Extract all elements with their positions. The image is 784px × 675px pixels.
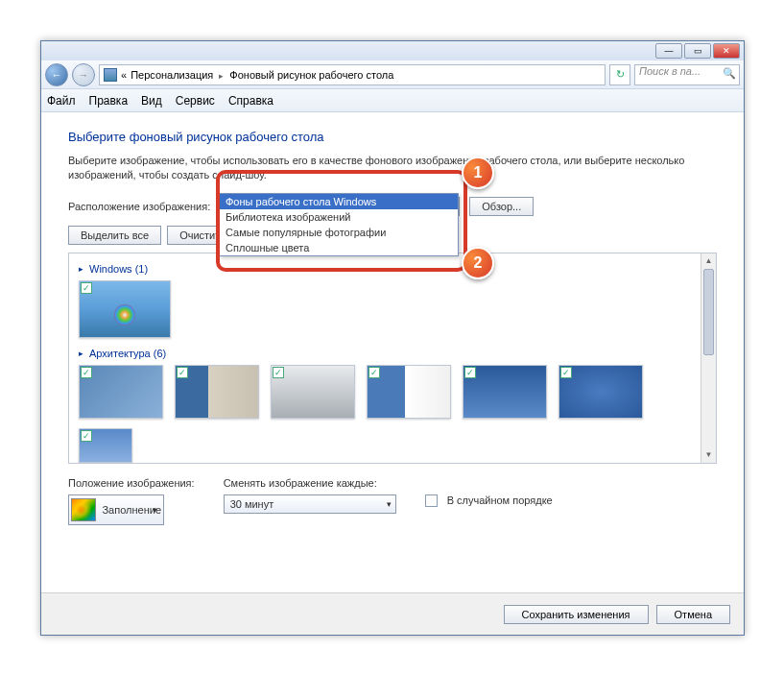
position-label: Положение изображения:	[68, 477, 195, 489]
checkbox-icon[interactable]: ✓	[464, 367, 476, 378]
group-label: Windows (1)	[89, 263, 148, 275]
wallpaper-thumb[interactable]: ✓	[79, 280, 171, 338]
dropdown-item[interactable]: Самые популярные фотографии	[220, 225, 458, 240]
browse-button[interactable]: Обзор...	[469, 197, 534, 216]
location-dropdown: Фоны рабочего стола Windows Библиотека и…	[219, 193, 459, 256]
menu-edit[interactable]: Правка	[89, 94, 129, 108]
menu-file[interactable]: Файл	[47, 94, 76, 108]
menu-help[interactable]: Справка	[228, 94, 273, 108]
breadcrumb-item[interactable]: Фоновый рисунок рабочего стола	[229, 69, 393, 81]
checkbox-icon[interactable]: ✓	[81, 367, 92, 378]
scrollbar[interactable]: ▲ ▼	[701, 253, 716, 463]
breadcrumb-prefix: «	[121, 69, 127, 81]
control-panel-icon	[104, 68, 117, 82]
position-swatch-icon	[71, 498, 96, 521]
menu-view[interactable]: Вид	[141, 94, 162, 108]
dropdown-item[interactable]: Фоны рабочего стола Windows	[220, 194, 458, 209]
wallpaper-thumb[interactable]: ✓	[175, 365, 259, 419]
maximize-button[interactable]: ▭	[684, 43, 711, 59]
scroll-down-icon[interactable]: ▼	[701, 447, 716, 463]
window: — ▭ ✕ ← → « Персонализация Фоновый рисун…	[40, 40, 745, 636]
menubar: Файл Правка Вид Сервис Справка	[41, 89, 744, 112]
random-label: В случайном порядке	[447, 494, 553, 506]
checkbox-icon[interactable]: ✓	[273, 367, 284, 378]
titlebar: — ▭ ✕	[41, 41, 744, 60]
checkbox-icon[interactable]: ✓	[81, 430, 92, 442]
back-button[interactable]: ←	[45, 63, 68, 86]
dropdown-item[interactable]: Библиотека изображений	[220, 209, 458, 225]
wallpaper-thumb[interactable]: ✓	[79, 365, 163, 419]
search-placeholder: Поиск в па...	[639, 65, 701, 77]
page-description: Выберите изображение, чтобы использовать…	[68, 154, 717, 183]
breadcrumb-item[interactable]: Персонализация	[131, 69, 213, 81]
wallpaper-list: Windows (1) ✓ Архитектура (6) ✓ ✓ ✓ ✓ ✓ …	[68, 253, 717, 464]
position-combo[interactable]: Заполнение	[68, 494, 164, 525]
location-label: Расположение изображения:	[68, 201, 210, 212]
random-checkbox[interactable]	[425, 494, 438, 507]
scroll-up-icon[interactable]: ▲	[701, 253, 716, 269]
breadcrumb-separator-icon	[217, 69, 226, 81]
save-button[interactable]: Сохранить изменения	[504, 605, 649, 624]
menu-service[interactable]: Сервис	[176, 94, 215, 108]
position-value: Заполнение	[102, 504, 161, 516]
page-title: Выберите фоновый рисунок рабочего стола	[68, 130, 717, 144]
group-label: Архитектура (6)	[89, 348, 166, 359]
wallpaper-thumb[interactable]: ✓	[558, 365, 643, 419]
thumb-image	[79, 280, 171, 338]
change-interval-value: 30 минут	[230, 498, 274, 510]
checkbox-icon[interactable]: ✓	[81, 282, 92, 294]
change-interval-combo[interactable]: 30 минут	[224, 494, 396, 514]
navbar: ← → « Персонализация Фоновый рисунок раб…	[41, 60, 744, 89]
wallpaper-thumb[interactable]: ✓	[271, 365, 355, 419]
wallpaper-thumb[interactable]: ✓	[367, 365, 451, 419]
refresh-button[interactable]: ↻	[609, 64, 630, 85]
breadcrumb[interactable]: « Персонализация Фоновый рисунок рабочег…	[99, 64, 606, 85]
search-input[interactable]: Поиск в па...	[634, 64, 740, 85]
change-interval-label: Сменять изображение каждые:	[224, 477, 396, 489]
wallpaper-thumb[interactable]: ✓	[79, 428, 132, 463]
group-header-architecture[interactable]: Архитектура (6)	[79, 348, 706, 359]
content: Выберите фоновый рисунок рабочего стола …	[41, 112, 744, 542]
scrollbar-thumb[interactable]	[703, 269, 714, 355]
cancel-button[interactable]: Отмена	[656, 605, 730, 624]
footer: Сохранить изменения Отмена	[41, 592, 744, 635]
close-button[interactable]: ✕	[713, 43, 740, 59]
checkbox-icon[interactable]: ✓	[177, 367, 188, 378]
forward-button[interactable]: →	[72, 63, 95, 86]
group-header-windows[interactable]: Windows (1)	[79, 263, 706, 275]
checkbox-icon[interactable]: ✓	[560, 367, 572, 378]
select-all-button[interactable]: Выделить все	[68, 226, 161, 245]
checkbox-icon[interactable]: ✓	[368, 367, 380, 378]
wallpaper-thumb[interactable]: ✓	[463, 365, 547, 419]
minimize-button[interactable]: —	[655, 43, 682, 59]
dropdown-item[interactable]: Сплошные цвета	[220, 240, 458, 255]
